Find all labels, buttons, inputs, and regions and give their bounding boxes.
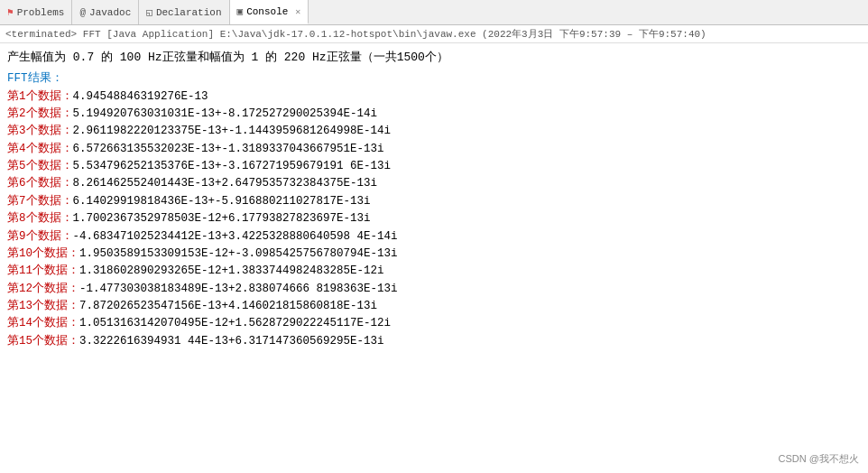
data-line-label-6: 第6个数据： bbox=[7, 177, 73, 190]
declaration-icon: ◱ bbox=[146, 6, 152, 18]
data-line-14: 第14个数据：1.0513163142070495E-12+1.56287290… bbox=[7, 315, 861, 332]
tab-declaration-label: Declaration bbox=[156, 7, 222, 18]
status-bar: <terminated> FFT [Java Application] E:\J… bbox=[0, 25, 868, 43]
tab-console-label: Console bbox=[246, 6, 288, 17]
tab-console[interactable]: ▣ Console ✕ bbox=[230, 0, 309, 24]
tab-javadoc[interactable]: @ Javadoc bbox=[72, 0, 139, 24]
data-line-13: 第13个数据：7.872026523547156E-13+4.146021815… bbox=[7, 298, 861, 315]
tab-javadoc-label: Javadoc bbox=[89, 7, 131, 18]
data-line-label-3: 第3个数据： bbox=[7, 125, 73, 137]
data-line-value-3: 2.9611982220123375E-13+-1.14439596812649… bbox=[73, 125, 392, 137]
data-line-label-7: 第7个数据： bbox=[7, 195, 73, 208]
data-line-value-12: -1.477303038183489E-13+2.838074666 81983… bbox=[79, 283, 398, 295]
tab-declaration[interactable]: ◱ Declaration bbox=[139, 0, 229, 24]
data-line-value-9: -4.683471025234412E-13+3.422532888064059… bbox=[73, 230, 398, 243]
data-line-label-13: 第13个数据： bbox=[7, 300, 79, 312]
fft-label-line: FFT结果： bbox=[7, 70, 861, 88]
data-line-value-1: 4.94548846319276E-13 bbox=[73, 90, 208, 103]
data-line-7: 第7个数据：6.14029919818436E-13+-5.9168802110… bbox=[7, 193, 861, 210]
data-line-value-8: 1.7002367352978503E-12+6.17793827823697E… bbox=[73, 212, 371, 225]
data-line-15: 第15个数据：3.3222616394931 44E-13+6.31714736… bbox=[7, 333, 861, 350]
tab-problems-label: Problems bbox=[17, 7, 65, 18]
data-line-3: 第3个数据：2.9611982220123375E-13+-1.14439596… bbox=[7, 123, 861, 140]
data-line-value-14: 1.0513163142070495E-12+1.562872902224511… bbox=[79, 317, 391, 329]
data-line-12: 第12个数据：-1.477303038183489E-13+2.83807466… bbox=[7, 281, 861, 298]
data-line-6: 第6个数据：8.261462552401443E-13+2.6479535732… bbox=[7, 175, 861, 192]
data-line-9: 第9个数据：-4.683471025234412E-13+3.422532888… bbox=[7, 228, 861, 246]
close-console-button[interactable]: ✕ bbox=[295, 6, 300, 17]
data-line-value-7: 6.14029919818436E-13+-5.916880211027817E… bbox=[73, 195, 371, 208]
intro-line: 产生幅值为 0.7 的 100 Hz正弦量和幅值为 1 的 220 Hz正弦量（… bbox=[7, 49, 861, 67]
data-line-value-5: 5.534796252135376E-13+-3.167271959679191… bbox=[73, 160, 392, 172]
data-line-label-2: 第2个数据： bbox=[7, 107, 73, 120]
console-icon: ▣ bbox=[237, 5, 244, 17]
tab-problems[interactable]: ⚑ Problems bbox=[0, 0, 72, 24]
data-line-value-11: 1.318602890293265E-12+1.3833744982483285… bbox=[79, 264, 384, 277]
data-line-label-8: 第8个数据： bbox=[7, 212, 73, 225]
data-line-label-10: 第10个数据： bbox=[7, 247, 79, 260]
data-line-label-4: 第4个数据： bbox=[7, 143, 73, 155]
data-line-1: 第1个数据：4.94548846319276E-13 bbox=[7, 88, 861, 106]
problems-icon: ⚑ bbox=[7, 6, 14, 18]
data-line-value-15: 3.3222616394931 44E-13+6.317147360569295… bbox=[79, 335, 384, 348]
data-line-label-15: 第15个数据： bbox=[7, 335, 79, 348]
data-line-label-14: 第14个数据： bbox=[7, 317, 79, 329]
data-line-2: 第2个数据：5.194920763031031E-13+-8.172527290… bbox=[7, 106, 861, 123]
javadoc-icon: @ bbox=[79, 7, 86, 18]
data-line-value-13: 7.872026523547156E-13+4.146021815860818E… bbox=[79, 300, 377, 312]
data-line-11: 第11个数据：1.318602890293265E-12+1.383374498… bbox=[7, 263, 861, 280]
data-line-label-11: 第11个数据： bbox=[7, 264, 79, 277]
data-line-8: 第8个数据：1.7002367352978503E-12+6.177938278… bbox=[7, 210, 861, 227]
data-line-10: 第10个数据：1.9503589153309153E-12+-3.0985425… bbox=[7, 246, 861, 263]
tab-bar: ⚑ Problems @ Javadoc ◱ Declaration ▣ Con… bbox=[0, 0, 868, 25]
data-line-5: 第5个数据：5.534796252135376E-13+-3.167271959… bbox=[7, 158, 861, 175]
data-line-value-2: 5.194920763031031E-13+-8.172527290025394… bbox=[73, 107, 378, 120]
data-line-value-4: 6.572663135532023E-13+-1.318933704366795… bbox=[73, 143, 384, 155]
data-line-value-6: 8.261462552401443E-13+2.6479535732384375… bbox=[73, 177, 378, 190]
watermark: CSDN @我不想火 bbox=[779, 452, 859, 466]
data-line-label-5: 第5个数据： bbox=[7, 160, 73, 172]
data-lines-container: 第1个数据：4.94548846319276E-13第2个数据：5.194920… bbox=[7, 88, 861, 351]
data-line-label-12: 第12个数据： bbox=[7, 283, 79, 295]
status-text: <terminated> FFT [Java Application] E:\J… bbox=[5, 27, 706, 41]
data-line-label-1: 第1个数据： bbox=[7, 90, 73, 103]
console-content[interactable]: 产生幅值为 0.7 的 100 Hz正弦量和幅值为 1 的 220 Hz正弦量（… bbox=[0, 43, 868, 473]
data-line-value-10: 1.9503589153309153E-12+-3.09854257567807… bbox=[79, 247, 398, 260]
data-line-4: 第4个数据：6.572663135532023E-13+-1.318933704… bbox=[7, 141, 861, 158]
data-line-label-9: 第9个数据： bbox=[7, 230, 73, 243]
